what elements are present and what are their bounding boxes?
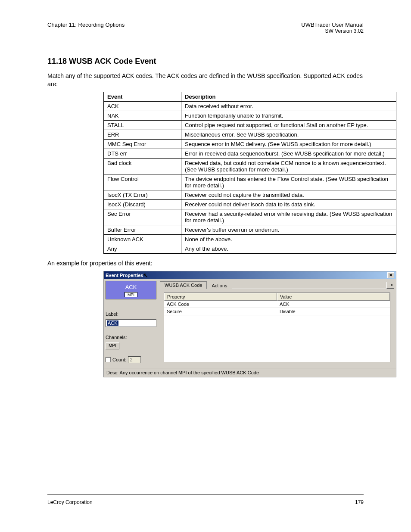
table-header-desc: Description: [181, 92, 396, 101]
prop-row[interactable]: ACK CodeACK: [164, 301, 390, 308]
table-row: Flow ControlThe device endpoint has ente…: [104, 174, 396, 190]
table-cell-event: IsocX (Discard): [104, 199, 181, 209]
post-table-text: An example for properties of this event:: [47, 254, 364, 271]
status-text: Any occurrence on channel MPI of the spe…: [120, 370, 259, 375]
section-heading: 11.18 WUSB ACK Code Event: [47, 42, 364, 72]
table-row: IsocX (Discard)Receiver could not delive…: [104, 199, 396, 209]
table-cell-event: Any: [104, 244, 181, 253]
table-row: Buffer ErrorReceiver's buffer overrun or…: [104, 225, 396, 234]
table-cell-desc: Received data, but could not correlate C…: [181, 158, 396, 174]
event-properties-dialog: Event Properties ↖ ✕ ACK MPI Label: ACK …: [103, 271, 396, 377]
header-right: UWBTracer User Manual: [301, 22, 364, 28]
table-cell-desc: None of the above.: [181, 234, 396, 244]
pin-icon[interactable]: ⇥: [386, 282, 394, 289]
table-cell-desc: Miscellaneous error. See WUSB specificat…: [181, 130, 396, 139]
table-cell-event: Sec Error: [104, 209, 181, 225]
footer: LeCroy Corporation 179: [47, 499, 364, 505]
table-row: Bad clockReceived data, but could not co…: [104, 158, 396, 174]
table-cell-desc: Any of the above.: [181, 244, 396, 253]
intro-text: Match any of the supported ACK codes. Th…: [47, 72, 364, 92]
tab-wusb-ack-code[interactable]: WUSB ACK Code: [160, 281, 207, 289]
header-left: Chapter 11: Recording Options: [47, 22, 125, 28]
table-row: Sec ErrorReceiver had a security-related…: [104, 209, 396, 225]
table-cell-event: Bad clock: [104, 158, 181, 174]
table-cell-event: MMC Seq Error: [104, 139, 181, 149]
ack-card-label: ACK: [107, 284, 155, 290]
table-cell-event: IsocX (TX Error): [104, 190, 181, 199]
channels-label: Channels:: [106, 335, 156, 340]
dialog-titlebar[interactable]: Event Properties ↖ ✕: [104, 271, 396, 279]
table-row: AnyAny of the above.: [104, 244, 396, 253]
ack-codes-table: Event Description ACKData received witho…: [103, 92, 396, 254]
close-icon[interactable]: ✕: [387, 272, 394, 278]
table-cell-event: ERR: [104, 130, 181, 139]
table-cell-desc: The device endpoint has entered the Flow…: [181, 174, 396, 190]
tab-actions[interactable]: Actions: [207, 282, 232, 289]
footer-right: 179: [355, 499, 364, 505]
table-row: DTS errError in received data sequence/b…: [104, 149, 396, 158]
table-cell-event: Flow Control: [104, 174, 181, 190]
footer-rule: [47, 495, 364, 495]
table-row: ERRMiscellaneous error. See WUSB specifi…: [104, 130, 396, 139]
table-cell-event: Unknown ACK: [104, 234, 181, 244]
table-cell-desc: Control pipe request not supported, or f…: [181, 120, 396, 130]
table-row: ACKData received without error.: [104, 101, 396, 111]
header-area: Chapter 11: Recording Options UWBTracer …: [47, 22, 364, 42]
table-cell-event: DTS err: [104, 149, 181, 158]
table-cell-event: ACK: [104, 101, 181, 111]
dialog-title: Event Properties: [106, 273, 143, 278]
tab-panel: Property Value ACK CodeACKSecureDisable: [160, 289, 394, 366]
count-input[interactable]: 2: [128, 356, 141, 363]
count-checkbox[interactable]: [106, 357, 111, 362]
property-table[interactable]: Property Value ACK CodeACKSecureDisable: [164, 292, 390, 362]
prop-cell-name: ACK Code: [164, 301, 277, 308]
table-row: Unknown ACKNone of the above.: [104, 234, 396, 244]
count-label: Count:: [112, 357, 126, 362]
table-row: NAKFunction temporarily unable to transm…: [104, 111, 396, 120]
prop-cell-name: Secure: [164, 308, 277, 315]
prop-row[interactable]: SecureDisable: [164, 308, 390, 315]
table-cell-desc: Error in received data sequence/burst. (…: [181, 149, 396, 158]
table-cell-desc: Receiver could not capture the transmitt…: [181, 190, 396, 199]
table-cell-desc: Receiver could not deliver isoch data to…: [181, 199, 396, 209]
table-cell-desc: Receiver's buffer overrun or underrun.: [181, 225, 396, 234]
prop-cell-value: Disable: [277, 308, 390, 315]
table-row: STALLControl pipe request not supported,…: [104, 120, 396, 130]
table-cell-event: NAK: [104, 111, 181, 120]
table-cell-desc: Function temporarily unable to transmit.: [181, 111, 396, 120]
table-header-event: Event: [104, 92, 181, 101]
channels-button[interactable]: MPI: [106, 342, 119, 349]
cursor-icon: ↖: [143, 272, 148, 278]
table-row: IsocX (TX Error)Receiver could not captu…: [104, 190, 396, 199]
status-prefix: Desc:: [106, 370, 120, 375]
header-version: SW Version 3.02: [47, 28, 364, 34]
table-cell-desc: Receiver had a security-related error wh…: [181, 209, 396, 225]
footer-left: LeCroy Corporation: [47, 499, 93, 505]
table-cell-event: STALL: [104, 120, 181, 130]
table-row: MMC Seq ErrorSequence error in MMC deliv…: [104, 139, 396, 149]
table-cell-desc: Sequence error in MMC delivery. (See WUS…: [181, 139, 396, 149]
table-cell-event: Buffer Error: [104, 225, 181, 234]
prop-cell-value: ACK: [277, 301, 390, 308]
label-value: ACK: [107, 320, 118, 326]
table-cell-desc: Data received without error.: [181, 101, 396, 111]
ack-summary-card: ACK MPI: [106, 281, 156, 299]
prop-header-value: Value: [277, 293, 390, 301]
label-input[interactable]: ACK: [106, 319, 156, 327]
prop-header-property: Property: [164, 293, 277, 301]
dialog-status: Desc: Any occurrence on channel MPI of t…: [104, 368, 396, 377]
ack-card-badge: MPI: [125, 292, 137, 297]
label-label: Label:: [106, 311, 156, 317]
